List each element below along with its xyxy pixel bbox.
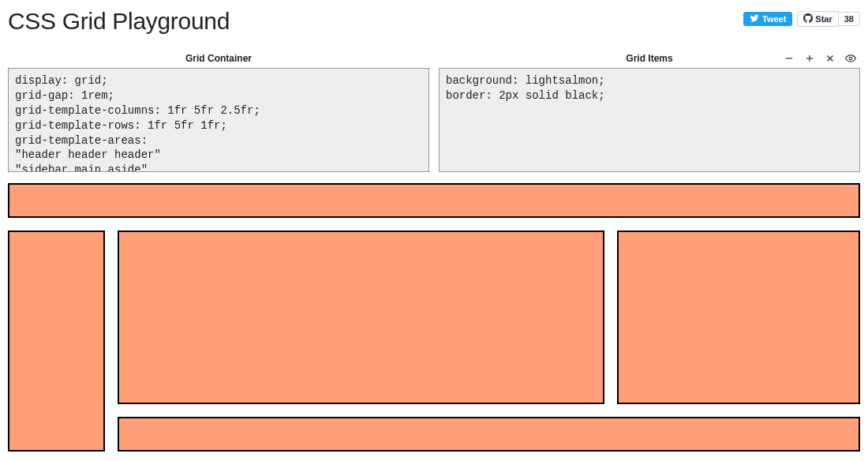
close-icon[interactable] (824, 52, 836, 65)
grid-item-main (118, 230, 604, 404)
github-icon (803, 13, 813, 24)
twitter-icon (750, 13, 759, 24)
github-star-button[interactable]: Star (797, 11, 838, 27)
grid-items-code[interactable] (439, 68, 860, 172)
grid-items-editor: Grid Items (439, 49, 860, 172)
github-star-count[interactable]: 38 (839, 12, 860, 26)
plus-icon[interactable] (803, 52, 816, 65)
grid-container-heading-label: Grid Container (185, 53, 252, 64)
eye-icon[interactable] (844, 52, 857, 65)
editors-row: Grid Container Grid Items (8, 49, 860, 172)
svg-point-5 (849, 57, 852, 60)
grid-items-heading-label: Grid Items (626, 53, 672, 64)
grid-item-header (8, 183, 860, 218)
tweet-button[interactable]: Tweet (743, 12, 792, 26)
tweet-label: Tweet (762, 14, 786, 24)
social-buttons: Tweet Star 38 (743, 11, 860, 27)
grid-item-aside (617, 230, 860, 404)
page-title: CSS Grid Playground (8, 8, 230, 35)
grid-item-sidebar (8, 230, 105, 452)
grid-container-code[interactable] (8, 68, 429, 172)
grid-items-controls (783, 52, 860, 65)
star-label: Star (815, 14, 832, 24)
grid-container-heading: Grid Container (8, 49, 429, 68)
grid-items-heading-row: Grid Items (439, 49, 860, 68)
grid-item-footer (118, 417, 860, 452)
grid-preview (8, 183, 860, 452)
minus-icon[interactable] (783, 52, 795, 65)
grid-container-editor: Grid Container (8, 49, 429, 172)
page-header: CSS Grid Playground Tweet Star 38 (8, 8, 860, 35)
github-star-group: Star 38 (797, 11, 860, 27)
